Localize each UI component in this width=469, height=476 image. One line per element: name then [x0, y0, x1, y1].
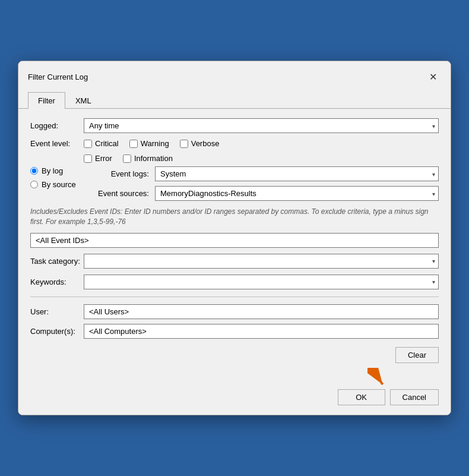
event-level-row: Event level: Critical Warning Verbose — [30, 139, 439, 148]
ok-button[interactable]: OK — [338, 389, 385, 405]
user-label: User: — [30, 307, 84, 316]
task-category-select-wrapper: ▾ — [84, 254, 439, 269]
svg-line-1 — [375, 373, 383, 384]
divider — [30, 297, 439, 297]
title-bar: Filter Current Log ✕ — [18, 61, 451, 85]
logged-row: Logged: Any time Last hour Last 12 hours… — [30, 118, 439, 133]
by-log-label: By log — [42, 166, 63, 175]
filter-dialog: Filter Current Log ✕ Filter XML Logged: … — [18, 61, 451, 415]
radio-fields: Event logs: System Application Security … — [90, 166, 439, 201]
critical-label: Critical — [95, 139, 119, 148]
task-category-select[interactable] — [84, 254, 439, 269]
event-level-checkboxes-row1: Critical Warning Verbose — [84, 139, 219, 148]
checkbox-warning[interactable]: Warning — [129, 139, 169, 148]
clear-row: Clear — [30, 347, 439, 363]
by-source-radio[interactable] — [30, 181, 38, 188]
event-ids-input[interactable] — [30, 233, 439, 248]
checkbox-error[interactable]: Error — [84, 154, 112, 163]
tab-xml[interactable]: XML — [65, 92, 102, 109]
checkbox-critical[interactable]: Critical — [84, 139, 119, 148]
event-logs-row: Event logs: System Application Security … — [90, 166, 439, 181]
event-level-row2: Error Information — [84, 154, 439, 163]
radio-options: By log By source — [30, 166, 90, 201]
keywords-select[interactable] — [84, 275, 439, 289]
dialog-content: Logged: Any time Last hour Last 12 hours… — [18, 109, 451, 415]
event-sources-select-wrapper: MemoryDiagnostics-Results ▾ — [155, 186, 439, 201]
user-input[interactable] — [84, 304, 439, 319]
event-level-label: Event level: — [30, 139, 84, 148]
event-logs-select-wrapper: System Application Security ▾ — [155, 166, 439, 181]
close-button[interactable]: ✕ — [424, 68, 441, 85]
arrow-indicator — [30, 368, 439, 392]
ok-cancel-row: OK Cancel — [30, 389, 439, 405]
user-row: User: — [30, 304, 439, 319]
error-checkbox[interactable] — [84, 155, 92, 163]
ok-arrow-icon — [367, 368, 391, 392]
event-sources-select[interactable]: MemoryDiagnostics-Results — [155, 186, 439, 201]
error-label: Error — [95, 154, 112, 163]
tab-filter[interactable]: Filter — [28, 92, 65, 109]
computers-row: Computer(s): — [30, 324, 439, 339]
logged-select[interactable]: Any time Last hour Last 12 hours Last 24… — [84, 118, 439, 133]
event-sources-row: Event sources: MemoryDiagnostics-Results… — [90, 186, 439, 201]
radio-by-source[interactable]: By source — [30, 180, 90, 189]
keywords-select-wrapper: ▾ — [84, 275, 439, 289]
description-text: Includes/Excludes Event IDs: Enter ID nu… — [30, 207, 439, 227]
by-log-radio[interactable] — [30, 167, 38, 175]
information-checkbox[interactable] — [123, 155, 131, 163]
warning-label: Warning — [141, 139, 169, 148]
computers-label: Computer(s): — [30, 327, 84, 336]
cancel-button[interactable]: Cancel — [390, 389, 439, 405]
information-label: Information — [134, 154, 173, 163]
warning-checkbox[interactable] — [129, 140, 138, 148]
event-logs-label: Event logs: — [90, 169, 149, 178]
keywords-label: Keywords: — [30, 278, 84, 286]
by-source-label: By source — [42, 180, 76, 189]
event-logs-select[interactable]: System Application Security — [155, 166, 439, 181]
critical-checkbox[interactable] — [84, 140, 92, 148]
computers-input[interactable] — [84, 324, 439, 339]
logged-select-wrapper: Any time Last hour Last 12 hours Last 24… — [84, 118, 439, 133]
verbose-checkbox[interactable] — [180, 140, 188, 148]
event-sources-label: Event sources: — [90, 189, 149, 198]
task-category-label: Task category: — [30, 257, 84, 266]
checkbox-information[interactable]: Information — [123, 154, 173, 163]
dialog-title: Filter Current Log — [28, 72, 88, 81]
verbose-label: Verbose — [191, 139, 220, 148]
clear-button[interactable]: Clear — [395, 347, 439, 363]
checkbox-verbose[interactable]: Verbose — [180, 139, 220, 148]
tabs-bar: Filter XML — [18, 87, 451, 109]
keywords-row: Keywords: ▾ — [30, 275, 439, 289]
logged-label: Logged: — [30, 121, 84, 130]
radio-by-log[interactable]: By log — [30, 166, 90, 175]
task-category-row: Task category: ▾ — [30, 254, 439, 269]
radio-log-row: By log By source Event logs: System Appl… — [30, 166, 439, 201]
event-ids-row — [30, 233, 439, 248]
